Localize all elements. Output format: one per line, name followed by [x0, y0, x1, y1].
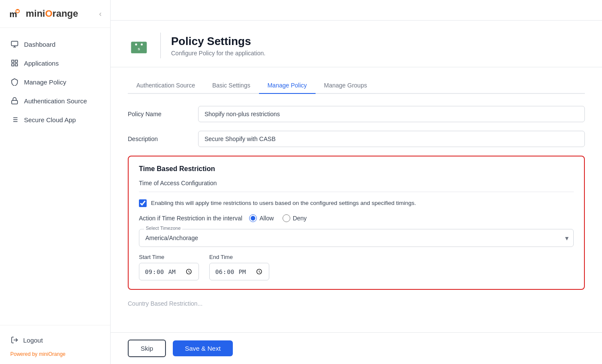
svg-rect-5 [12, 41, 18, 46]
svg-rect-8 [12, 60, 14, 62]
enable-restriction-label: Enabling this will apply time restrictio… [151, 199, 416, 208]
lock-icon [10, 96, 19, 105]
radio-allow-option[interactable]: Allow [249, 214, 274, 222]
sidebar-item-secure-cloud-app[interactable]: Secure Cloud App [0, 110, 110, 129]
policy-name-input[interactable] [198, 106, 585, 122]
header-divider [160, 33, 161, 58]
action-radio-row: Action if Time Restriction in the interv… [139, 214, 574, 222]
radio-allow-label: Allow [259, 215, 274, 222]
enable-restriction-checkbox[interactable] [139, 199, 147, 207]
content-area: Authentication Source Basic Settings Man… [111, 67, 602, 332]
logo-text: miniOrange [26, 8, 78, 19]
timezone-float-label: Select Timezone [144, 226, 182, 231]
svg-point-4 [17, 9, 18, 11]
footer-actions: Skip Save & Next [111, 332, 602, 364]
svg-rect-21 [135, 44, 137, 45]
sidebar-item-applications[interactable]: Applications [0, 54, 110, 72]
policy-name-row: Policy Name [128, 106, 585, 122]
enable-restriction-row: Enabling this will apply time restrictio… [139, 199, 574, 208]
sidebar-nav: Dashboard Applications Manage Policy [0, 28, 110, 325]
sidebar-item-dashboard-label: Dashboard [24, 41, 55, 48]
action-label: Action if Time Restriction in the interv… [139, 215, 242, 222]
end-time-input[interactable] [209, 263, 269, 280]
page-header: S Policy Settings Configure Policy for t… [111, 21, 602, 67]
grid-icon [10, 59, 19, 67]
sidebar-footer: Logout Powered by miniOrange [0, 325, 110, 364]
radio-deny-option[interactable]: Deny [283, 214, 307, 222]
timezone-wrapper: Select Timezone America/Anchorage Americ… [139, 229, 574, 247]
time-access-subtitle: Time of Access Configuration [139, 180, 574, 187]
svg-rect-11 [15, 64, 18, 66]
logout-icon [10, 336, 19, 344]
shopify-icon-wrapper: S [128, 34, 150, 57]
time-restriction-box: Time Based Restriction Time of Access Co… [128, 156, 585, 290]
radio-deny[interactable] [283, 214, 290, 222]
end-time-label: End Time [209, 254, 269, 260]
shopify-bag-icon: S [129, 36, 148, 55]
sidebar-item-authentication-source[interactable]: Authentication Source [0, 91, 110, 110]
logo: m miniOrange ‹ [0, 0, 110, 28]
tab-auth-source[interactable]: Authentication Source [128, 78, 204, 94]
svg-rect-22 [141, 44, 142, 45]
save-next-button[interactable]: Save & Next [173, 340, 232, 356]
description-row: Description [128, 131, 585, 147]
page-title-block: Policy Settings Configure Policy for the… [171, 35, 265, 57]
top-bar [111, 0, 602, 21]
tab-basic-settings[interactable]: Basic Settings [204, 78, 259, 94]
sidebar-item-applications-label: Applications [24, 60, 59, 67]
sidebar-item-manage-policy[interactable]: Manage Policy [0, 72, 110, 91]
tab-manage-groups[interactable]: Manage Groups [316, 78, 376, 94]
shield-icon [10, 78, 19, 86]
sidebar-item-manage-policy-label: Manage Policy [24, 78, 66, 86]
tabs: Authentication Source Basic Settings Man… [128, 78, 585, 94]
svg-text:S: S [138, 47, 140, 51]
start-time-input[interactable] [139, 263, 199, 280]
end-time-group: End Time [209, 254, 269, 280]
svg-rect-10 [12, 64, 14, 66]
sidebar-toggle[interactable]: ‹ [99, 9, 102, 18]
sidebar-item-secure-cloud-app-label: Secure Cloud App [24, 116, 76, 123]
page-subtitle: Configure Policy for the application. [171, 50, 265, 57]
description-label: Description [128, 135, 188, 142]
next-section-hint: Country Based Restriction... [128, 298, 585, 307]
list-icon [10, 115, 19, 124]
logout-button[interactable]: Logout [10, 332, 100, 348]
sidebar-item-auth-source-label: Authentication Source [24, 97, 87, 105]
time-fields: Start Time End Time [139, 254, 574, 280]
radio-deny-label: Deny [293, 215, 307, 222]
monitor-icon [10, 40, 19, 48]
radio-allow[interactable] [249, 214, 257, 222]
sidebar-item-dashboard[interactable]: Dashboard [0, 35, 110, 54]
powered-by: Powered by miniOrange [10, 351, 100, 357]
svg-rect-12 [12, 100, 18, 104]
page-title: Policy Settings [171, 35, 265, 48]
logo-icon: m [9, 7, 22, 21]
start-time-label: Start Time [139, 254, 199, 260]
tab-manage-policy[interactable]: Manage Policy [259, 78, 316, 94]
start-time-group: Start Time [139, 254, 199, 280]
restriction-title: Time Based Restriction [139, 165, 574, 173]
sidebar: m miniOrange ‹ Dashboard [0, 0, 111, 364]
logout-label: Logout [23, 337, 43, 344]
action-radio-group: Allow Deny [249, 214, 307, 222]
restriction-divider [139, 192, 574, 192]
timezone-select[interactable]: America/Anchorage America/New_York Ameri… [139, 229, 574, 247]
description-input[interactable] [198, 131, 585, 147]
skip-button[interactable]: Skip [128, 340, 166, 357]
policy-name-label: Policy Name [128, 111, 188, 117]
svg-rect-9 [15, 60, 18, 62]
main-content: S Policy Settings Configure Policy for t… [111, 0, 602, 364]
